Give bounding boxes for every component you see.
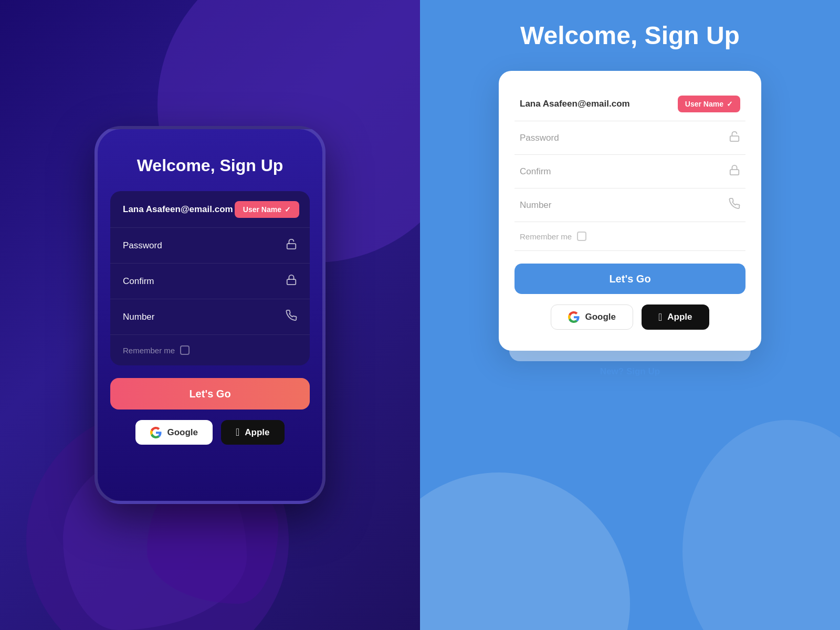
card-lock-open-icon	[729, 131, 740, 145]
email-field-row: Lana Asafeen@email.com User Name	[110, 191, 310, 228]
apple-label-phone: Apple	[245, 427, 269, 438]
google-button-card[interactable]: Google	[551, 304, 633, 330]
google-label-phone: Google	[167, 427, 198, 438]
confirm-field-row[interactable]: Confirm	[110, 264, 310, 299]
password-field-row[interactable]: Password	[110, 228, 310, 264]
google-icon-card	[568, 311, 580, 323]
username-badge-card: User Name	[678, 96, 740, 112]
card-remember-field[interactable]: Remember me	[514, 222, 746, 251]
right-panel: Welcome, Sign Up Lana Asafeen@email.com …	[420, 0, 840, 630]
card-password-field[interactable]: Password	[514, 121, 746, 155]
card-email-value: Lana Asafeen@email.com	[520, 99, 630, 109]
google-label-card: Google	[585, 312, 616, 322]
lets-go-button-phone[interactable]: Let's Go	[110, 378, 310, 410]
confirm-placeholder: Confirm	[123, 276, 154, 287]
phone-title: Welcome, Sign Up	[137, 155, 284, 175]
card-lock-icon	[729, 164, 740, 178]
phone-icon	[286, 310, 297, 324]
number-placeholder: Number	[123, 312, 154, 322]
username-badge-phone: User Name	[235, 201, 299, 218]
google-button-phone[interactable]: Google	[135, 420, 213, 445]
lets-go-button-card[interactable]: Let's Go	[514, 264, 746, 294]
number-field-row[interactable]: Number	[110, 299, 310, 335]
password-placeholder: Password	[123, 240, 162, 251]
remember-checkbox-phone[interactable]	[180, 345, 190, 355]
phone-form: Lana Asafeen@email.com User Name Passwor…	[110, 191, 310, 365]
card-number-field[interactable]: Number	[514, 188, 746, 222]
left-panel: Welcome, Sign Up Lana Asafeen@email.com …	[0, 0, 420, 630]
phone-mockup: Welcome, Sign Up Lana Asafeen@email.com …	[94, 126, 326, 504]
remember-field-row[interactable]: Remember me	[110, 335, 310, 365]
white-card: Lana Asafeen@email.com User Name Passwor…	[499, 71, 761, 351]
card-confirm-placeholder: Confirm	[520, 166, 551, 177]
right-title: Welcome, Sign Up	[520, 21, 740, 50]
svg-rect-4	[730, 136, 739, 141]
google-icon	[150, 427, 162, 438]
new-signup-link[interactable]: New? Sign Up	[600, 366, 660, 377]
svg-rect-2	[287, 279, 296, 285]
svg-rect-5	[730, 170, 739, 175]
lock-open-icon	[286, 238, 297, 253]
card-password-placeholder: Password	[520, 133, 559, 143]
card-phone-icon	[729, 198, 740, 212]
social-buttons-phone: Google  Apple	[135, 420, 284, 445]
remember-checkbox-card[interactable]	[577, 232, 586, 241]
social-buttons-card: Google  Apple	[514, 304, 746, 330]
card-confirm-field[interactable]: Confirm	[514, 155, 746, 188]
card-email-field: Lana Asafeen@email.com User Name	[514, 87, 746, 121]
apple-icon-card: 	[658, 311, 662, 323]
email-value: Lana Asafeen@email.com	[123, 204, 233, 215]
card-number-placeholder: Number	[520, 200, 551, 211]
svg-rect-1	[287, 244, 296, 249]
apple-button-phone[interactable]:  Apple	[221, 420, 285, 445]
remember-label: Remember me	[123, 346, 175, 355]
apple-button-card[interactable]:  Apple	[642, 304, 709, 330]
card-remember-label: Remember me	[520, 232, 572, 241]
apple-label-card: Apple	[667, 312, 692, 322]
apple-icon: 	[236, 426, 239, 438]
lock-icon	[286, 274, 297, 288]
